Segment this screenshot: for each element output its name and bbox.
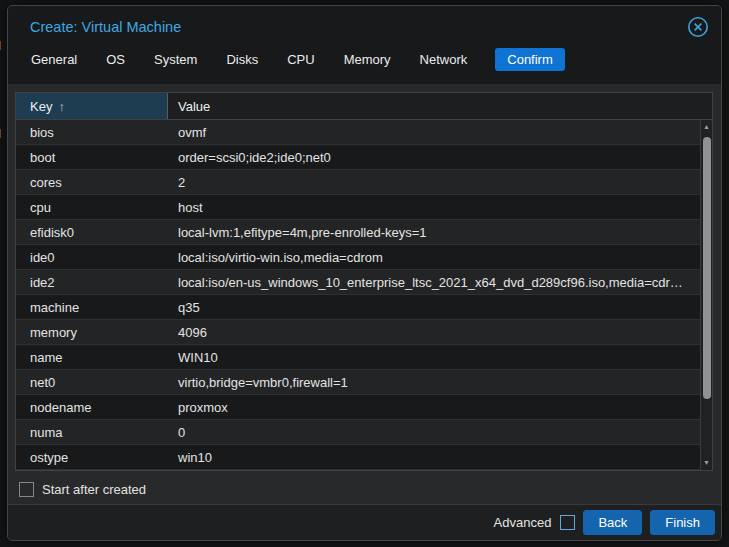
table-rows: biosovmf bootorder=scsi0;ide2;ide0;net0 … bbox=[16, 120, 700, 470]
row-value: local:iso/en-us_windows_10_enterprise_lt… bbox=[168, 275, 700, 290]
tab-cpu[interactable]: CPU bbox=[286, 48, 315, 71]
row-key: name bbox=[16, 350, 168, 365]
table-row[interactable]: efidisk0local-lvm:1,efitype=4m,pre-enrol… bbox=[16, 220, 700, 245]
scroll-up-icon[interactable]: ▲ bbox=[701, 121, 712, 133]
row-key: ide0 bbox=[16, 250, 168, 265]
dialog-footer: Advanced Back Finish bbox=[8, 504, 721, 540]
row-value: win10 bbox=[168, 450, 700, 465]
tab-system[interactable]: System bbox=[153, 48, 198, 71]
create-vm-dialog: Create: Virtual Machine General OS Syste… bbox=[7, 5, 722, 541]
table-row[interactable]: machineq35 bbox=[16, 295, 700, 320]
row-key: boot bbox=[16, 150, 168, 165]
row-value: 0 bbox=[168, 425, 700, 440]
start-after-created-row: Start after created bbox=[19, 482, 714, 497]
scrollbar-track[interactable] bbox=[701, 133, 712, 457]
row-value: local:iso/virtio-win.iso,media=cdrom bbox=[168, 250, 700, 265]
dialog-header: Create: Virtual Machine General OS Syste… bbox=[8, 6, 721, 84]
scroll-down-icon[interactable]: ▼ bbox=[701, 457, 712, 469]
table-row[interactable]: ide0local:iso/virtio-win.iso,media=cdrom bbox=[16, 245, 700, 270]
table-row[interactable]: bootorder=scsi0;ide2;ide0;net0 bbox=[16, 145, 700, 170]
table-row[interactable]: ostypewin10 bbox=[16, 445, 700, 470]
row-value: WIN10 bbox=[168, 350, 700, 365]
row-key: efidisk0 bbox=[16, 225, 168, 240]
back-button[interactable]: Back bbox=[583, 510, 642, 535]
column-header-value-label: Value bbox=[178, 99, 210, 114]
table-row[interactable]: memory4096 bbox=[16, 320, 700, 345]
row-key: bios bbox=[16, 125, 168, 140]
row-key: memory bbox=[16, 325, 168, 340]
row-value: ovmf bbox=[168, 125, 700, 140]
row-value: host bbox=[168, 200, 700, 215]
page-background: al al Create: Virtual Machine General OS… bbox=[0, 0, 729, 547]
advanced-checkbox[interactable] bbox=[560, 515, 575, 530]
background-text-fragment: al bbox=[0, 126, 5, 141]
tab-memory[interactable]: Memory bbox=[343, 48, 392, 71]
tab-network[interactable]: Network bbox=[419, 48, 469, 71]
row-key: net0 bbox=[16, 375, 168, 390]
background-text-fragment: al bbox=[0, 38, 5, 53]
vertical-scrollbar[interactable]: ▲ ▼ bbox=[700, 120, 712, 470]
start-after-created-checkbox[interactable] bbox=[19, 482, 34, 497]
dialog-title: Create: Virtual Machine bbox=[30, 19, 181, 35]
table-row[interactable]: numa0 bbox=[16, 420, 700, 445]
row-value: proxmox bbox=[168, 400, 700, 415]
table-row[interactable]: net0virtio,bridge=vmbr0,firewall=1 bbox=[16, 370, 700, 395]
row-key: ide2 bbox=[16, 275, 168, 290]
tab-general[interactable]: General bbox=[30, 48, 78, 71]
tab-os[interactable]: OS bbox=[105, 48, 126, 71]
table-row[interactable]: nameWIN10 bbox=[16, 345, 700, 370]
column-header-key-label: Key bbox=[30, 99, 52, 114]
column-header-value[interactable]: Value bbox=[168, 93, 712, 119]
advanced-label: Advanced bbox=[494, 515, 552, 530]
column-header-key[interactable]: Key ↑ bbox=[16, 93, 168, 119]
table-row[interactable]: biosovmf bbox=[16, 120, 700, 145]
sort-asc-icon: ↑ bbox=[58, 99, 65, 114]
row-key: cpu bbox=[16, 200, 168, 215]
table-header: Key ↑ Value bbox=[16, 93, 712, 120]
table-viewport: biosovmf bootorder=scsi0;ide2;ide0;net0 … bbox=[16, 120, 712, 470]
row-value: 4096 bbox=[168, 325, 700, 340]
tab-bar: General OS System Disks CPU Memory Netwo… bbox=[30, 47, 711, 72]
confirm-settings-table: Key ↑ Value biosovmf bootorder=scsi0;ide… bbox=[15, 92, 713, 471]
tab-disks[interactable]: Disks bbox=[225, 48, 259, 71]
row-key: numa bbox=[16, 425, 168, 440]
scrollbar-thumb[interactable] bbox=[703, 137, 711, 399]
row-value: order=scsi0;ide2;ide0;net0 bbox=[168, 150, 700, 165]
table-row[interactable]: cores2 bbox=[16, 170, 700, 195]
table-row[interactable]: ide2local:iso/en-us_windows_10_enterpris… bbox=[16, 270, 700, 295]
row-value: local-lvm:1,efitype=4m,pre-enrolled-keys… bbox=[168, 225, 700, 240]
table-row[interactable]: nodenameproxmox bbox=[16, 395, 700, 420]
row-value: virtio,bridge=vmbr0,firewall=1 bbox=[168, 375, 700, 390]
table-row[interactable]: cpuhost bbox=[16, 195, 700, 220]
row-key: machine bbox=[16, 300, 168, 315]
row-key: ostype bbox=[16, 450, 168, 465]
row-key: cores bbox=[16, 175, 168, 190]
dialog-body: Key ↑ Value biosovmf bootorder=scsi0;ide… bbox=[8, 84, 721, 504]
row-value: q35 bbox=[168, 300, 700, 315]
finish-button[interactable]: Finish bbox=[650, 510, 715, 535]
tab-confirm[interactable]: Confirm bbox=[495, 48, 565, 71]
row-key: nodename bbox=[16, 400, 168, 415]
start-after-created-label: Start after created bbox=[42, 482, 146, 497]
row-value: 2 bbox=[168, 175, 700, 190]
close-icon[interactable] bbox=[687, 16, 709, 38]
